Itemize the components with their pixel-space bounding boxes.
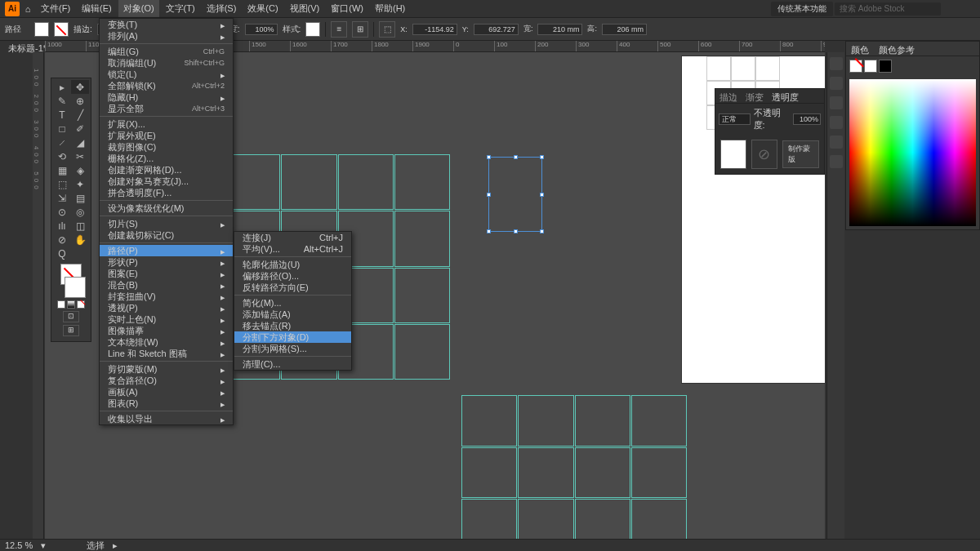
home-icon[interactable]: ⌂ [21, 2, 34, 16]
panel-icon[interactable] [830, 136, 843, 149]
menu-item[interactable]: 显示全部Alt+Ctrl+3 [100, 103, 233, 114]
menu-item[interactable]: 排列(A) [100, 30, 233, 42]
menu-item[interactable]: 封套扭曲(V) [100, 291, 233, 302]
panel-icon[interactable] [830, 96, 843, 109]
menu-item[interactable]: 剪切蒙版(M) [100, 363, 233, 375]
panel-icon[interactable] [830, 116, 843, 129]
stock-search[interactable]: 搜索 Adobe Stock [835, 2, 941, 16]
tool-button[interactable]: ◎ [71, 205, 89, 219]
tool-button[interactable]: ✂ [71, 149, 89, 163]
submenu-item[interactable]: 清理(C)... [234, 358, 351, 370]
menu-item[interactable]: 形状(P) [100, 256, 233, 268]
menu-file[interactable]: 文件(F) [36, 0, 75, 17]
workspace-switcher[interactable]: 传统基本功能 [771, 2, 833, 16]
stroke-swatch[interactable] [54, 22, 69, 37]
menu-item[interactable]: 全部解锁(K)Alt+Ctrl+2 [100, 80, 233, 91]
menu-edit[interactable]: 编辑(E) [77, 0, 117, 17]
panel-icon[interactable] [830, 155, 843, 168]
align-btn2[interactable]: ⊞ [352, 21, 368, 38]
align-btn[interactable]: ≡ [331, 21, 347, 38]
tool-button[interactable]: ✎ [53, 94, 71, 108]
submenu-item[interactable]: 简化(M)... [234, 297, 351, 309]
tool-button[interactable]: ⊘ [53, 233, 71, 247]
tool-button[interactable]: □ [53, 122, 71, 136]
panel-icon[interactable] [830, 57, 843, 70]
tool-button[interactable]: ▸ [53, 80, 71, 94]
h-field[interactable]: 206 mm [602, 24, 647, 35]
menu-item[interactable]: 收集以导出 [100, 413, 233, 424]
mask-slot[interactable]: ⊘ [751, 140, 777, 169]
menu-effect[interactable]: 效果(C) [243, 0, 283, 17]
transparency-thumb[interactable] [720, 140, 746, 169]
menu-window[interactable]: 窗口(W) [326, 0, 368, 17]
menu-item[interactable]: 复合路径(O) [100, 375, 233, 386]
cp-fill[interactable] [849, 60, 862, 73]
tool-button[interactable]: T [53, 108, 71, 122]
fill-swatch[interactable] [34, 22, 49, 37]
tab-gradient[interactable]: 渐变 [742, 89, 768, 103]
menu-item[interactable]: 切片(S) [100, 218, 233, 229]
screen-mode[interactable]: ⊞ [63, 325, 79, 336]
tool-button[interactable]: ✥ [71, 80, 89, 94]
submenu-item[interactable]: 连接(J)Ctrl+J [234, 232, 351, 243]
menu-help[interactable]: 帮助(H) [370, 0, 410, 17]
tool-button[interactable]: ılı [53, 219, 71, 233]
menu-item[interactable]: 扩展外观(E) [100, 130, 233, 141]
stroke-swatch-large[interactable] [65, 277, 86, 298]
menu-item[interactable]: 路径(P) [100, 245, 233, 256]
tool-button[interactable]: ╱ [71, 108, 89, 122]
menu-item[interactable]: Line 和 Sketch 图稿 [100, 348, 233, 359]
style-swatch[interactable] [305, 22, 320, 37]
submenu-item[interactable]: 添加锚点(A) [234, 309, 351, 320]
tool-button[interactable] [71, 247, 89, 260]
menu-item[interactable]: 扩展(X)... [100, 118, 233, 130]
tool-button[interactable]: ⟋ [53, 136, 71, 149]
menu-item[interactable]: 设为像素级优化(M) [100, 202, 233, 214]
tool-button[interactable]: ▦ [53, 163, 71, 177]
submenu-item[interactable]: 轮廓化描边(U) [234, 259, 351, 270]
y-field[interactable]: 692.727 [474, 24, 519, 35]
make-mask-button[interactable]: 制作蒙版 [782, 140, 820, 168]
menu-item[interactable]: 栅格化(Z)... [100, 153, 233, 164]
menu-type[interactable]: 文字(T) [161, 0, 200, 17]
tool-button[interactable]: ✋ [71, 233, 89, 247]
blend-mode[interactable]: 正常 [719, 113, 751, 125]
menu-item[interactable]: 图案(E) [100, 268, 233, 279]
transform-btn[interactable]: ⬚ [379, 21, 395, 38]
tool-button[interactable]: ▤ [71, 191, 89, 205]
zoom-level[interactable]: 12.5 % [5, 540, 33, 550]
menu-item[interactable]: 编组(G)Ctrl+G [100, 46, 233, 57]
opacity-field[interactable]: 100% [245, 24, 278, 35]
menu-item[interactable]: 创建对象马赛克(J)... [100, 176, 233, 187]
grid-shapes-bottom[interactable] [461, 395, 687, 539]
tool-button[interactable]: Q [53, 247, 71, 260]
tool-button[interactable]: ◢ [71, 136, 89, 149]
menu-item[interactable]: 文本绕排(W) [100, 336, 233, 348]
selected-object[interactable] [488, 157, 542, 232]
menu-item[interactable]: 裁剪图像(C) [100, 141, 233, 153]
submenu-item[interactable]: 偏移路径(O)... [234, 270, 351, 282]
menu-select[interactable]: 选择(S) [202, 0, 242, 17]
menu-item[interactable]: 创建渐变网格(D)... [100, 164, 233, 176]
cp-swatch[interactable] [879, 60, 892, 73]
tab-color[interactable]: 颜色 [846, 42, 874, 56]
menu-item[interactable]: 图像描摹 [100, 325, 233, 336]
panel-opacity[interactable]: 100% [793, 113, 821, 125]
menu-item[interactable]: 透视(P) [100, 302, 233, 313]
tool-button[interactable]: ⟲ [53, 149, 71, 163]
submenu-item[interactable]: 分割下方对象(D) [234, 331, 351, 343]
submenu-item[interactable]: 反转路径方向(E) [234, 282, 351, 293]
tool-button[interactable]: ⊕ [71, 94, 89, 108]
menu-item[interactable]: 锁定(L) [100, 69, 233, 80]
tool-button[interactable]: ⬚ [53, 177, 71, 191]
w-field[interactable]: 210 mm [537, 24, 582, 35]
menu-item[interactable]: 取消编组(U)Shift+Ctrl+G [100, 57, 233, 69]
tool-button[interactable]: ⊙ [53, 205, 71, 219]
menu-item[interactable]: 混合(B) [100, 279, 233, 291]
color-spectrum[interactable] [849, 79, 976, 226]
tab-stroke[interactable]: 描边 [715, 89, 742, 103]
x-field[interactable]: -1154.92 [412, 24, 457, 35]
draw-mode[interactable]: ⊡ [63, 311, 79, 322]
submenu-item[interactable]: 移去锚点(R) [234, 320, 351, 331]
tool-button[interactable]: ✐ [71, 122, 89, 136]
